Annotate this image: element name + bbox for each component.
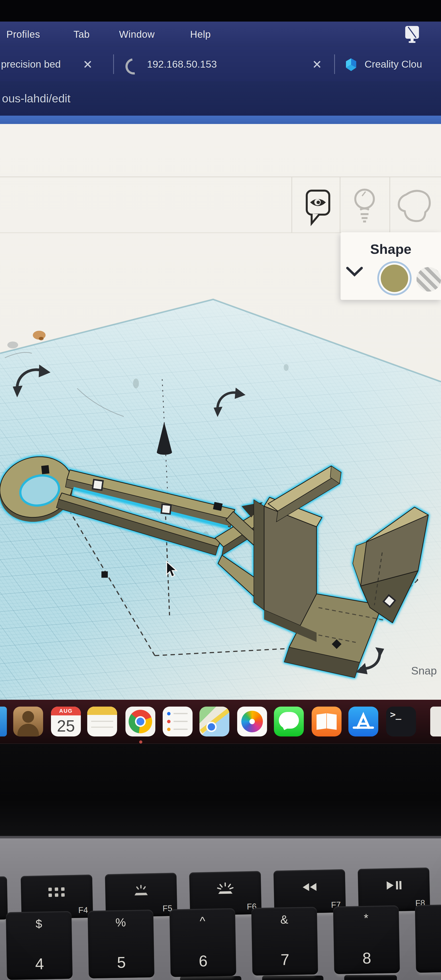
dock-icon-terminal[interactable]: >_ [386,706,416,737]
key-symbol: & [252,912,317,927]
tinkercad-canvas[interactable] [0,124,441,700]
key-digit: 7 [252,950,318,969]
dock-icon-notes[interactable] [87,706,117,737]
terminal-prompt-glyph: >_ [390,709,401,720]
creality-cloud-logo-icon [344,57,358,72]
key-symbol: * [333,911,399,925]
dock-icon-contacts[interactable] [13,706,43,737]
close-icon[interactable] [82,59,93,70]
chrome-logo-icon [129,710,152,733]
calendar-month: AUG [51,706,81,715]
key-7: & 7 [252,907,318,975]
key-6: ^ 6 [170,908,236,977]
reminder-line [174,713,188,714]
dock-icon-messages[interactable] [274,706,304,737]
key-digit: 5 [88,953,154,972]
launchpad-icon [47,886,66,899]
play-pause-icon [385,881,402,890]
key-4: $ 4 [6,911,73,980]
chevron-down-icon[interactable] [346,267,363,277]
key-5: % 5 [88,910,154,978]
dock-icon-partial-right[interactable] [430,706,441,737]
shape-inspector-panel: Shape [341,232,441,300]
tab-divider [113,54,114,74]
tab-title: 192.168.50.153 [147,47,217,81]
display-menu-icon[interactable] [405,25,419,43]
menu-window[interactable]: Window [119,22,154,47]
laptop-bezel [0,744,441,836]
calendar-day: 25 [51,715,81,737]
dock-icon-app-store[interactable] [349,706,378,737]
menu-help[interactable]: Help [190,22,211,47]
toolbar-accent-stripe [0,116,441,124]
macos-dock: AUG 25 [0,700,441,744]
key-digit: 6 [170,951,236,971]
reminder-dot [167,728,170,731]
dock-icon-chrome[interactable] [126,706,155,737]
tab-title: Creality Clou [365,47,422,81]
keyboard-dim-icon [132,885,150,897]
reminder-dot [167,720,170,723]
url-text: ous-lahdi/edit [2,81,70,116]
tab-loading-spinner-icon [122,55,145,78]
menu-tab[interactable]: Tab [73,22,90,47]
dock-icon-reminders[interactable] [163,706,193,737]
reminder-line [174,729,188,730]
close-icon[interactable] [312,59,322,70]
color-swatch-solid[interactable] [381,265,408,292]
key-digit: 8 [334,948,400,968]
dock-icon-calendar[interactable]: AUG 25 [51,706,81,737]
dock-icon-books[interactable] [312,706,342,737]
laptop-photo: Profiles Tab Window Help precision bed 1… [0,0,441,980]
tab-title: precision bed [1,47,61,81]
key-8: * 8 [333,905,400,974]
app-store-a-icon [349,706,378,737]
browser-address-bar[interactable]: ous-lahdi/edit [0,81,441,116]
photo-black-edge [0,0,441,22]
hinge [0,836,441,838]
tab-divider [334,54,335,74]
macos-menu-bar: Profiles Tab Window Help [0,22,441,47]
dock-icon-maps[interactable] [199,706,229,737]
key-symbol: % [88,915,154,930]
snap-label: Snap [411,665,437,677]
book-page [317,713,326,730]
key-digit: 4 [6,954,73,974]
reminder-dot [167,712,170,715]
chrome-running-indicator [139,740,142,744]
dock-icon-photos[interactable] [237,706,267,737]
shape-panel-title: Shape [341,241,441,257]
color-swatch-hole[interactable] [417,267,441,291]
key-symbol: $ [6,916,72,931]
menu-profiles[interactable]: Profiles [6,22,40,47]
key-9-partial [415,904,441,973]
browser-tab-bar: precision bed 192.168.50.153 Creality Cl… [0,47,441,81]
reminder-line [174,721,188,722]
photos-pinwheel-icon [241,711,263,732]
key-symbol: ^ [170,913,236,928]
rewind-icon [302,883,317,892]
keyboard-bright-icon [216,883,234,896]
book-page [327,713,337,730]
dock-icon-partial-left[interactable] [0,706,7,737]
number-row: $ 4 % 5 ^ 6 & 7 * 8 [0,902,441,980]
